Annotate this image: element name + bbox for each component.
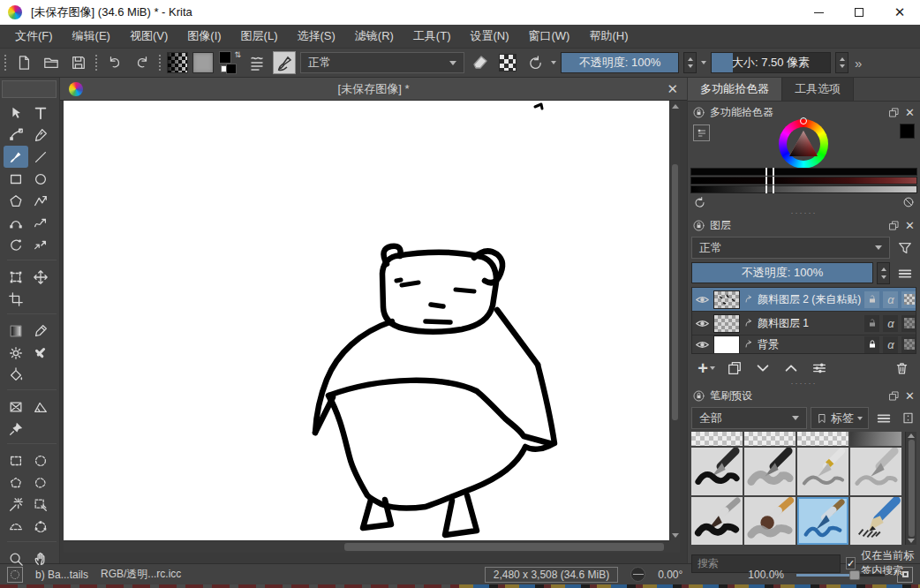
- swap-colors-icon[interactable]: ⇅: [234, 51, 241, 59]
- foreground-color-swatch[interactable]: [219, 51, 231, 64]
- tool-bezier-select[interactable]: [4, 516, 28, 538]
- tool-gradient[interactable]: [4, 320, 28, 342]
- menu-window[interactable]: 窗口(W): [519, 25, 580, 48]
- menu-file[interactable]: 文件(F): [5, 25, 63, 48]
- tool-transform[interactable]: [4, 266, 28, 288]
- layer-row[interactable]: 颜料图层 1 α: [692, 312, 916, 335]
- layer-thumbnail[interactable]: [713, 335, 740, 354]
- tool-pan[interactable]: [28, 547, 53, 569]
- save-button[interactable]: [67, 51, 90, 74]
- vertical-scroll-thumb[interactable]: [672, 164, 678, 420]
- toolbar-drag-handle[interactable]: [94, 54, 99, 72]
- brush-preset-ink-pen-fine[interactable]: [797, 448, 848, 495]
- layer-inherit-alpha-icon[interactable]: [901, 315, 916, 332]
- float-panel-icon[interactable]: [888, 107, 900, 118]
- eraser-mode-button[interactable]: [469, 51, 492, 74]
- color-bar-1[interactable]: [690, 168, 917, 176]
- menu-view[interactable]: 视图(V): [120, 25, 177, 48]
- foreground-background-colors[interactable]: ⇅: [218, 51, 241, 74]
- canvas[interactable]: [64, 101, 669, 540]
- brush-preset-eraser-checker-3[interactable]: [797, 432, 848, 446]
- tool-line[interactable]: [28, 146, 53, 168]
- opacity-slider[interactable]: 不透明度: 100%: [561, 52, 679, 73]
- hue-ring[interactable]: [779, 119, 828, 169]
- brush-preset-ink-pen-dark[interactable]: [691, 448, 743, 495]
- tool-freehand-brush[interactable]: [4, 146, 28, 168]
- layer-alpha-lock-icon[interactable]: α: [883, 315, 898, 332]
- close-panel-icon[interactable]: ✕: [905, 106, 915, 119]
- layer-row[interactable]: 颜料图层 2 (来自粘贴) α: [692, 288, 916, 312]
- docker-splitter-handle[interactable]: ······: [688, 210, 920, 216]
- preset-storage-button[interactable]: [899, 407, 916, 429]
- tool-polyline[interactable]: [28, 190, 53, 212]
- brush-preset-eraser-checker-1[interactable]: [691, 432, 743, 446]
- duplicate-layer-button[interactable]: [721, 357, 748, 380]
- add-layer-button[interactable]: +: [693, 357, 720, 380]
- menu-tools[interactable]: 工具(T): [403, 25, 461, 48]
- menu-image[interactable]: 图像(I): [177, 25, 230, 48]
- reload-preset-button[interactable]: [524, 51, 547, 74]
- preset-display-mode-button[interactable]: [872, 407, 895, 429]
- pattern-chooser[interactable]: [192, 52, 214, 73]
- new-document-button[interactable]: [12, 51, 35, 74]
- layer-lock-icon[interactable]: [864, 315, 879, 332]
- tool-move[interactable]: [28, 266, 53, 288]
- scroll-up-icon[interactable]: [908, 433, 915, 438]
- zoom-slider-handle[interactable]: [849, 570, 860, 580]
- brush-presets-popup-button[interactable]: [245, 51, 268, 74]
- brush-preset-paint-brush[interactable]: [691, 497, 743, 545]
- layer-options-menu-button[interactable]: [894, 262, 916, 284]
- open-document-button[interactable]: [40, 51, 63, 74]
- scroll-up-icon[interactable]: [670, 101, 680, 111]
- brush-preset-blender-brush[interactable]: [744, 497, 796, 545]
- size-spinner[interactable]: [835, 52, 848, 73]
- tool-dynamic-brush[interactable]: [4, 234, 28, 256]
- tool-transform-select[interactable]: [4, 102, 28, 124]
- tab-tool-options[interactable]: 工具选项: [782, 78, 854, 101]
- tool-magnetic-select[interactable]: [28, 516, 53, 538]
- tool-freehand-path[interactable]: [28, 212, 53, 234]
- menu-help[interactable]: 帮助(H): [579, 25, 637, 48]
- gradient-chooser[interactable]: [167, 52, 188, 73]
- visibility-eye-icon[interactable]: [695, 292, 710, 307]
- scroll-down-icon[interactable]: [670, 530, 680, 540]
- brush-grid-scrollbar[interactable]: [905, 432, 916, 545]
- saturation-triangle[interactable]: [788, 129, 819, 159]
- maximize-button[interactable]: [839, 0, 879, 25]
- tool-polygon-select[interactable]: [4, 471, 28, 494]
- brush-preset-watercolor-selected[interactable]: [797, 497, 848, 545]
- image-size-info[interactable]: 2,480 x 3,508 (34.6 MiB): [485, 567, 618, 583]
- brush-preset-eraser-checker-2[interactable]: [744, 432, 796, 446]
- layer-row[interactable]: 背景 α: [692, 335, 916, 354]
- float-panel-icon[interactable]: [888, 390, 900, 402]
- float-panel-icon[interactable]: [888, 220, 900, 231]
- close-button[interactable]: ✕: [879, 0, 920, 25]
- opacity-spinner[interactable]: [683, 52, 697, 73]
- tool-pattern-edit[interactable]: [4, 342, 28, 364]
- tool-ellipse[interactable]: [28, 168, 53, 190]
- tool-rect-select[interactable]: [4, 449, 28, 471]
- color-bar-2[interactable]: [690, 177, 917, 185]
- preserve-alpha-button[interactable]: [496, 51, 519, 74]
- spin-up-icon[interactable]: [840, 57, 845, 61]
- minimize-button[interactable]: [798, 0, 839, 25]
- brush-preset-airbrush-soft[interactable]: [850, 432, 901, 446]
- color-bar-3[interactable]: [690, 185, 917, 193]
- menu-edit[interactable]: 编辑(E): [63, 25, 120, 48]
- color-bar-handle[interactable]: [765, 185, 774, 193]
- layer-opacity-slider[interactable]: 不透明度: 100%: [691, 262, 873, 283]
- panel-lock-icon[interactable]: [693, 220, 705, 231]
- spin-down-icon[interactable]: [840, 64, 845, 68]
- spin-down-icon[interactable]: [688, 64, 693, 68]
- toolbar-drag-handle[interactable]: [4, 54, 8, 72]
- document-close-button[interactable]: ✕: [667, 81, 678, 97]
- tool-freehand-select[interactable]: [28, 471, 53, 494]
- layer-filter-button[interactable]: [894, 237, 916, 259]
- zoom-percentage[interactable]: 100.0%: [748, 569, 784, 581]
- tool-similar-color-select[interactable]: [4, 494, 28, 516]
- horizontal-scroll-thumb[interactable]: [344, 543, 664, 551]
- tool-crop[interactable]: [4, 288, 28, 310]
- layer-thumbnail[interactable]: [713, 290, 740, 309]
- tool-bezier-curve[interactable]: [4, 212, 28, 234]
- tool-multibrush[interactable]: [28, 234, 53, 256]
